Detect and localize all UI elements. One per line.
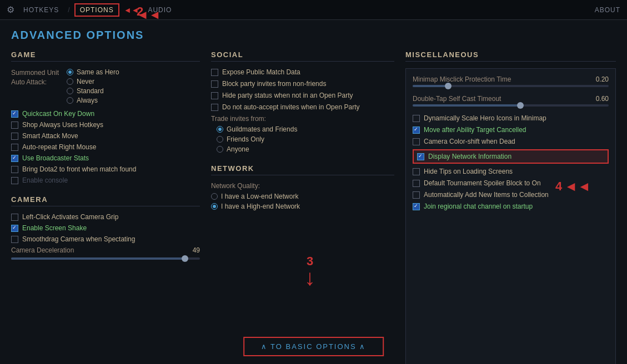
misc-checkbox-move-ability[interactable]: [413, 127, 420, 134]
nav-options[interactable]: OPTIONS: [74, 3, 119, 17]
misc-cb-tournament[interactable]: Default Tournament Spoiler Block to On: [413, 179, 609, 187]
nav-audio[interactable]: AUDIO: [143, 6, 176, 14]
minimap-thumb[interactable]: [445, 83, 452, 89]
cb-bring-dota2[interactable]: Bring Dota2 to front when match found: [11, 165, 200, 173]
label-enable-console: Enable console: [22, 176, 68, 184]
checkbox-smoothdrag[interactable]: [11, 236, 18, 243]
cb-auto-repeat[interactable]: Auto-repeat Right Mouse: [11, 143, 200, 151]
trade-label-anyone: Anyone: [227, 145, 249, 153]
deceleration-fill: [11, 257, 185, 260]
trade-dot-anyone: [217, 146, 223, 153]
checkbox-hide-party[interactable]: [211, 92, 218, 99]
misc-checkbox-hide-tips[interactable]: [413, 168, 420, 175]
misc-checkbox-auto-add[interactable]: [413, 191, 420, 199]
misc-cb-move-ability[interactable]: Move after Ability Target Cancelled: [413, 126, 609, 134]
trade-invites-label: Trade invites from:: [211, 115, 394, 123]
misc-checkbox-join-regional[interactable]: [413, 203, 420, 210]
misc-cb-display-network[interactable]: Display Network Information: [413, 149, 609, 164]
minimap-track[interactable]: [413, 85, 609, 87]
misc-checkbox-camera-color[interactable]: [413, 138, 420, 145]
cb-smart-attack[interactable]: Smart Attack Move: [11, 132, 200, 140]
nav-hotkeys[interactable]: HOTKEYS: [19, 6, 63, 14]
cb-hide-party[interactable]: Hide party status when not in an Open Pa…: [211, 92, 394, 99]
doubletap-label: Double-Tap Self Cast Timeout: [413, 95, 501, 103]
nav-separator: /: [68, 6, 69, 14]
network-section-title: NETWORK: [211, 164, 394, 175]
misc-label-display-network: Display Network Information: [428, 153, 511, 160]
network-section: NETWORK Network Quality: I have a Low-en…: [211, 164, 394, 210]
trade-dot-guildmates: [217, 126, 223, 133]
trade-radio-guildmates[interactable]: Guildmates and Friends: [217, 125, 394, 133]
game-section-title: GAME: [11, 50, 200, 62]
misc-label-move-ability: Move after Ability Target Cancelled: [424, 126, 526, 134]
step-2-annotation: 2: [137, 4, 143, 19]
checkbox-expose-match[interactable]: [211, 69, 218, 76]
cb-smoothdrag[interactable]: Smoothdrag Camera when Spectating: [11, 235, 200, 243]
cb-camera-grip[interactable]: Left-Click Activates Camera Grip: [11, 213, 200, 221]
cb-no-auto-accept[interactable]: Do not auto-accept invites when in Open …: [211, 103, 394, 111]
social-section-title: SOCIAL: [211, 50, 394, 62]
deceleration-thumb[interactable]: [182, 255, 188, 262]
checkbox-quickcast[interactable]: [11, 110, 18, 118]
misc-panel: Minimap Misclick Protection Time 0.20 Do…: [405, 68, 616, 364]
cb-quickcast[interactable]: Quickcast On Key Down: [11, 110, 200, 118]
checkbox-screen-shake[interactable]: [11, 225, 18, 232]
network-dot-high: [211, 203, 218, 210]
label-auto-repeat: Auto-repeat Right Mouse: [22, 143, 96, 151]
misc-label-tournament: Default Tournament Spoiler Block to On: [424, 179, 541, 187]
deceleration-track[interactable]: [11, 257, 200, 260]
cb-shop-hotkeys[interactable]: Shop Always Uses Hotkeys: [11, 121, 200, 129]
checkbox-auto-repeat[interactable]: [11, 144, 18, 151]
radio-same-as-hero[interactable]: Same as Hero: [67, 68, 119, 76]
bottom-bar[interactable]: ∧ TO BASIC OPTIONS ∧: [243, 337, 384, 356]
misc-cb-camera-color[interactable]: Camera Color-shift when Dead: [413, 138, 609, 145]
cb-enable-console[interactable]: Enable console: [11, 176, 200, 184]
label-screen-shake: Enable Screen Shake: [22, 224, 87, 232]
network-label-high: I have a High-end Network: [221, 203, 300, 210]
misc-cb-hide-tips[interactable]: Hide Tips on Loading Screens: [413, 168, 609, 175]
cb-expose-match[interactable]: Expose Public Match Data: [211, 68, 394, 76]
label-quickcast: Quickcast On Key Down: [22, 110, 94, 118]
checkbox-no-auto-accept[interactable]: [211, 104, 218, 111]
label-no-auto-accept: Do not auto-accept invites when in Open …: [222, 103, 359, 111]
minimap-label: Minimap Misclick Protection Time: [413, 75, 511, 83]
misc-checkbox-dynamically[interactable]: [413, 115, 420, 122]
minimap-fill: [413, 85, 448, 87]
checkbox-broadcaster[interactable]: [11, 155, 18, 162]
checkbox-camera-grip[interactable]: [11, 214, 18, 221]
network-radio-low[interactable]: I have a Low-end Network: [211, 193, 394, 200]
radio-standard[interactable]: Standard: [67, 87, 119, 95]
checkbox-block-invites[interactable]: [211, 80, 218, 88]
trade-invites-row: Trade invites from: Guildmates and Frien…: [211, 115, 394, 153]
top-nav: ⚙ HOTKEYS / OPTIONS ◄◄ AUDIO ABOUT: [0, 0, 627, 20]
misc-cb-auto-add[interactable]: Automatically Add New Items to Collectio…: [413, 191, 609, 199]
trade-label-guildmates: Guildmates and Friends: [227, 125, 297, 133]
doubletap-thumb[interactable]: [517, 102, 524, 109]
checkbox-smart-attack[interactable]: [11, 133, 18, 140]
misc-cb-join-regional[interactable]: Join regional chat channel on startup: [413, 203, 609, 210]
trade-radio-friends[interactable]: Friends Only: [217, 135, 394, 143]
network-radio-high[interactable]: I have a High-end Network: [211, 203, 394, 210]
checkbox-bring-dota2[interactable]: [11, 166, 18, 173]
trade-label-friends: Friends Only: [227, 135, 264, 143]
checkbox-shop-hotkeys[interactable]: [11, 122, 18, 129]
deceleration-slider-row: Camera Deceleration 49: [11, 246, 200, 254]
nav-about[interactable]: ABOUT: [595, 6, 620, 14]
radio-always[interactable]: Always: [67, 97, 119, 104]
misc-checkbox-tournament[interactable]: [413, 180, 420, 187]
misc-checkbox-display-network[interactable]: [417, 153, 424, 160]
network-options: I have a Low-end Network I have a High-e…: [211, 193, 394, 210]
main-content: ADVANCED OPTIONS GAME Summoned Unit Auto…: [0, 20, 627, 364]
doubletap-track[interactable]: [413, 104, 609, 107]
checkbox-enable-console[interactable]: [11, 177, 18, 184]
doubletap-slider-row: Double-Tap Self Cast Timeout 0.60: [413, 95, 609, 103]
radio-label-standard: Standard: [77, 87, 104, 95]
gear-icon[interactable]: ⚙: [7, 4, 14, 15]
cb-block-invites[interactable]: Block party invites from non-friends: [211, 80, 394, 88]
cb-broadcaster[interactable]: Use Broadcaster Stats: [11, 154, 200, 162]
cb-screen-shake[interactable]: Enable Screen Shake: [11, 224, 200, 232]
trade-radio-anyone[interactable]: Anyone: [217, 145, 394, 153]
radio-never[interactable]: Never: [67, 78, 119, 85]
misc-cb-dynamically[interactable]: Dynamically Scale Hero Icons in Minimap: [413, 114, 609, 122]
network-label-low: I have a Low-end Network: [221, 193, 298, 200]
